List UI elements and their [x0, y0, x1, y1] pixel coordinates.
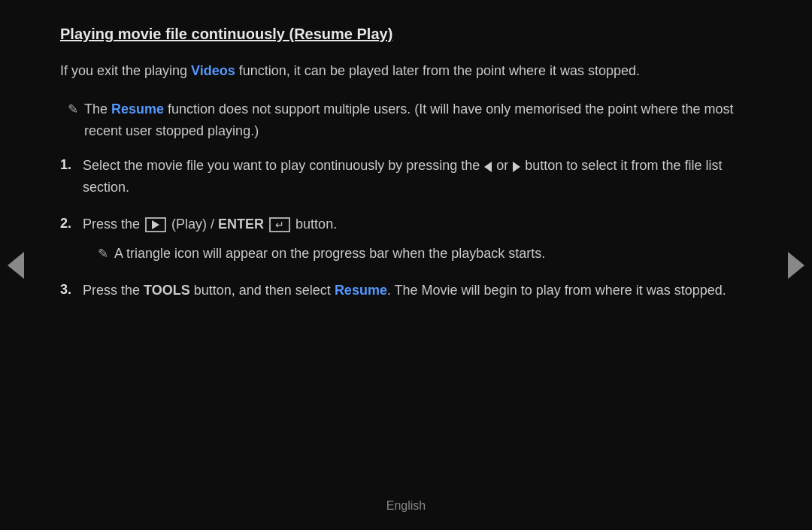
resume-highlight-1: Resume — [111, 101, 164, 117]
page-title: Playing movie file continuously (Resume … — [60, 23, 752, 45]
intro-videos-highlight: Videos — [191, 63, 235, 78]
resume-highlight-2: Resume — [335, 283, 387, 298]
note-icon-2: ✎ — [98, 244, 108, 264]
right-triangle-icon — [513, 162, 520, 172]
step-2: 2. Press the (Play) / ENTER ↵ button. ✎ — [60, 214, 752, 265]
tools-bold: TOOLS — [144, 283, 190, 298]
step-2-subnote: ✎ A triangle icon will appear on the pro… — [83, 243, 752, 265]
footer-language: English — [386, 497, 426, 515]
intro-suffix: function, it can be played later from th… — [235, 63, 640, 78]
enter-bold: ENTER — [218, 217, 264, 232]
play-triangle-icon — [152, 220, 159, 229]
step-3-content: Press the TOOLS button, and then select … — [83, 280, 752, 301]
step-2-content: Press the (Play) / ENTER ↵ button. ✎ A t… — [83, 214, 752, 265]
enter-icon-box: ↵ — [269, 217, 290, 232]
enter-arrow-icon: ↵ — [275, 217, 284, 233]
step-1: 1. Select the movie file you want to pla… — [60, 155, 752, 198]
note-1-text: The Resume function does not support mul… — [84, 98, 752, 142]
step-2-number: 2. — [60, 214, 75, 234]
note-resume-block: ✎ The Resume function does not support m… — [60, 98, 752, 142]
step-3-text: Press the TOOLS button, and then select … — [83, 283, 726, 298]
play-icon-box — [145, 217, 166, 232]
step-1-text: Select the movie file you want to play c… — [83, 158, 722, 195]
note-icon-1: ✎ — [68, 100, 78, 120]
step-3-number: 3. — [60, 280, 75, 300]
left-nav-arrow[interactable] — [8, 252, 24, 279]
intro-prefix: If you exit the playing — [60, 63, 191, 78]
step-2-text: Press the (Play) / ENTER ↵ button. — [83, 217, 337, 232]
main-content: Playing movie file continuously (Resume … — [0, 0, 812, 530]
steps-list: 1. Select the movie file you want to pla… — [60, 155, 752, 316]
subnote-text: A triangle icon will appear on the progr… — [114, 243, 545, 265]
step-1-content: Select the movie file you want to play c… — [83, 155, 752, 198]
intro-paragraph: If you exit the playing Videos function,… — [60, 60, 752, 82]
right-nav-arrow[interactable] — [788, 252, 804, 279]
step-3: 3. Press the TOOLS button, and then sele… — [60, 280, 752, 301]
step-1-number: 1. — [60, 155, 75, 175]
left-triangle-icon — [484, 162, 492, 172]
